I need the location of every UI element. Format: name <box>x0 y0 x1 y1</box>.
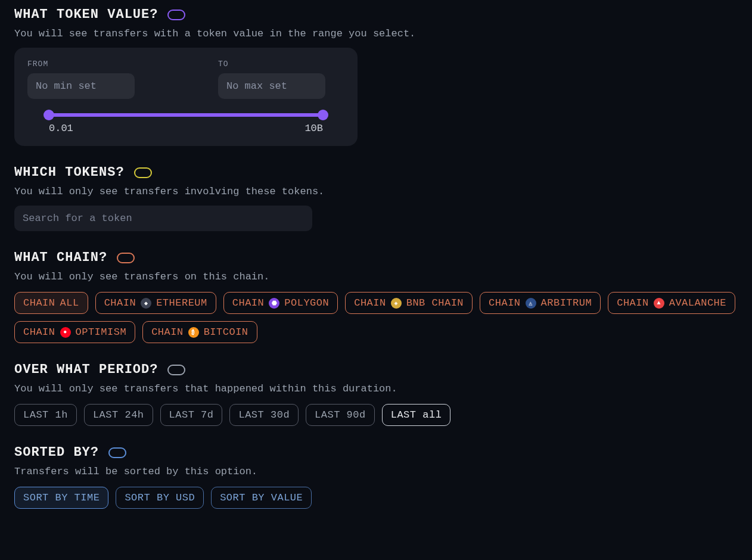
pill-indicator-purple <box>167 10 185 20</box>
section-header: WHAT TOKEN VALUE? <box>14 7 738 22</box>
chain-chip-bitcoin[interactable]: CHAIN₿BITCOIN <box>142 321 257 343</box>
section-header: OVER WHAT PERIOD? <box>14 362 738 377</box>
section-sort: SORTED BY? Transfers will be sorted by t… <box>14 445 738 509</box>
slider-thumb-min[interactable] <box>43 110 54 120</box>
section-chain: WHAT CHAIN? You will only see transfers … <box>14 250 738 343</box>
slider-min-label: 0.01 <box>49 123 73 134</box>
from-input[interactable] <box>27 73 135 99</box>
period-chip-all[interactable]: LAST all <box>382 404 451 426</box>
chain-chip-polygon[interactable]: CHAIN⬣POLYGON <box>223 292 338 314</box>
slider-max-label: 10B <box>304 123 323 134</box>
chain-chip-ethereum[interactable]: CHAIN◆ETHEREUM <box>95 292 216 314</box>
chip-label: ALL <box>60 297 79 309</box>
chip-prefix: CHAIN <box>23 297 55 309</box>
eth-icon: ◆ <box>141 298 151 309</box>
section-title: WHAT CHAIN? <box>14 250 107 265</box>
slider-labels: 0.01 10B <box>49 123 323 134</box>
chain-options: CHAINALLCHAIN◆ETHEREUMCHAIN⬣POLYGONCHAIN… <box>14 292 738 343</box>
section-description: You will see transfers with a token valu… <box>14 28 738 39</box>
token-search-input[interactable] <box>14 206 312 231</box>
sort-chip-usd[interactable]: SORT BY USD <box>116 487 204 509</box>
field-to-label: TO <box>218 60 325 69</box>
chip-prefix: CHAIN <box>23 326 55 338</box>
period-chip-30d[interactable]: LAST 30d <box>229 404 299 426</box>
pill-indicator-yellow <box>134 167 152 178</box>
sort-chip-value[interactable]: SORT BY VALUE <box>211 487 312 509</box>
period-chip-90d[interactable]: LAST 90d <box>306 404 375 426</box>
section-description: Transfers will be sorted by this option. <box>14 466 738 477</box>
section-header: SORTED BY? <box>14 445 738 460</box>
chip-label: BITCOIN <box>204 326 248 338</box>
period-chip-1h[interactable]: LAST 1h <box>14 404 77 426</box>
period-options: LAST 1hLAST 24hLAST 7dLAST 30dLAST 90dLA… <box>14 404 738 426</box>
to-input[interactable] <box>218 73 325 99</box>
range-fields: FROM TO <box>27 60 344 99</box>
sort-chip-time[interactable]: SORT BY TIME <box>14 487 108 509</box>
chip-prefix: CHAIN <box>354 297 386 309</box>
avax-icon: ▲ <box>654 298 664 309</box>
field-from-group: FROM <box>27 60 135 99</box>
chip-prefix: CHAIN <box>151 326 184 338</box>
field-from-label: FROM <box>27 60 135 69</box>
chip-label: POLYGON <box>284 297 329 309</box>
range-panel: FROM TO 0.01 10B <box>14 48 358 146</box>
section-title: SORTED BY? <box>14 445 99 460</box>
chain-chip-all[interactable]: CHAINALL <box>14 292 88 314</box>
section-header: WHICH TOKENS? <box>14 165 738 180</box>
section-period: OVER WHAT PERIOD? You will only see tran… <box>14 362 738 426</box>
section-description: You will only see transfers involving th… <box>14 186 738 197</box>
chip-prefix: CHAIN <box>617 297 649 309</box>
chip-label: AVALANCHE <box>669 297 726 309</box>
chain-chip-optimism[interactable]: CHAIN●OPTIMISM <box>14 321 135 343</box>
chain-chip-avalanche[interactable]: CHAIN▲AVALANCHE <box>608 292 735 314</box>
section-title: OVER WHAT PERIOD? <box>14 362 158 377</box>
slider-thumb-max[interactable] <box>318 110 328 120</box>
chip-prefix: CHAIN <box>104 297 136 309</box>
pill-indicator-blue <box>108 447 126 458</box>
chip-label: BNB CHAIN <box>406 297 464 309</box>
chip-label: ARBITRUM <box>541 297 592 309</box>
pill-indicator-gray <box>167 365 185 375</box>
section-description: You will only see transfers that happene… <box>14 383 738 394</box>
chain-chip-bnb-chain[interactable]: CHAIN◈BNB CHAIN <box>345 292 473 314</box>
range-slider[interactable] <box>49 113 323 117</box>
bnb-icon: ◈ <box>391 298 402 309</box>
chip-prefix: CHAIN <box>489 297 521 309</box>
section-token-value: WHAT TOKEN VALUE? You will see transfers… <box>14 7 738 146</box>
section-header: WHAT CHAIN? <box>14 250 738 265</box>
section-title: WHICH TOKENS? <box>14 165 125 180</box>
pill-indicator-orange <box>117 253 135 263</box>
field-to-group: TO <box>218 60 325 99</box>
chip-label: ETHEREUM <box>156 297 207 309</box>
chain-chip-arbitrum[interactable]: CHAIN◬ARBITRUM <box>480 292 601 314</box>
sort-options: SORT BY TIMESORT BY USDSORT BY VALUE <box>14 487 738 509</box>
btc-icon: ₿ <box>188 327 199 338</box>
opt-icon: ● <box>60 327 71 338</box>
period-chip-7d[interactable]: LAST 7d <box>160 404 223 426</box>
chip-prefix: CHAIN <box>232 297 265 309</box>
section-title: WHAT TOKEN VALUE? <box>14 7 158 22</box>
section-tokens: WHICH TOKENS? You will only see transfer… <box>14 165 738 231</box>
polygon-icon: ⬣ <box>269 298 279 309</box>
section-description: You will only see transfers on this chai… <box>14 271 738 282</box>
period-chip-24h[interactable]: LAST 24h <box>84 404 153 426</box>
arb-icon: ◬ <box>526 298 536 309</box>
chip-label: OPTIMISM <box>76 326 127 338</box>
